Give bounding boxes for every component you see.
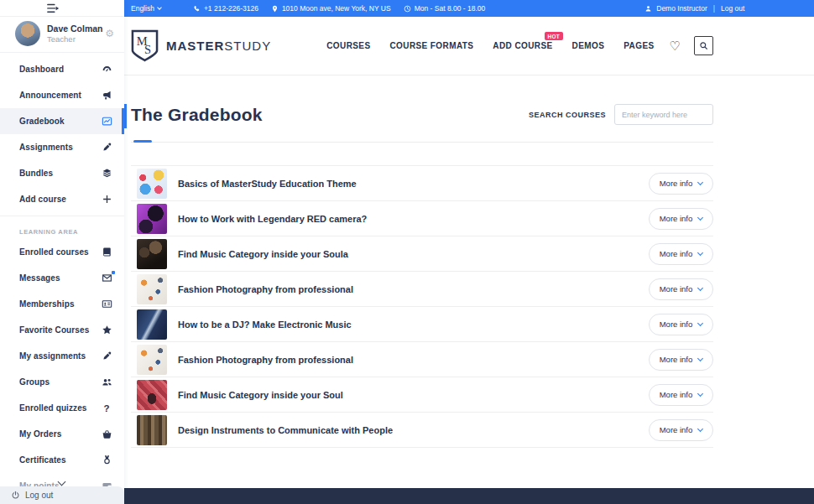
nav-item-add-course[interactable]: ADD COURSE HOT — [493, 41, 552, 50]
sidebar-item-my-assignments[interactable]: My assignments — [0, 343, 124, 369]
sidebar-item-bundles[interactable]: Bundles — [0, 160, 124, 186]
chart-icon — [101, 116, 112, 127]
course-row-fashion-photography-from-professional[interactable]: Fashion Photography from professional Mo… — [131, 272, 713, 307]
sidebar-item-my-orders[interactable]: My Orders — [0, 421, 124, 447]
page-title: The Gradebook — [131, 105, 263, 125]
more-info-button[interactable]: More info — [649, 314, 713, 335]
nav-item-demos[interactable]: DEMOS — [572, 41, 605, 50]
course-title: Basics of MasterStudy Education Theme — [167, 179, 649, 189]
sidebar-item-gradebook[interactable]: Gradebook — [0, 108, 124, 134]
envelope-icon — [101, 273, 112, 284]
more-info-button[interactable]: More info — [649, 278, 713, 300]
sidebar-item-label: Memberships — [19, 299, 101, 309]
search-icon — [699, 41, 708, 50]
nav-item-pages[interactable]: PAGES — [624, 41, 654, 50]
sidebar-nav: Dashboard Announcement Gradebook Assignm… — [0, 56, 124, 499]
more-info-button[interactable]: More info — [649, 243, 713, 265]
sidebar-item-enrolled-quizzes[interactable]: Enrolled quizzes ? — [0, 395, 124, 421]
medal-icon — [101, 455, 112, 466]
basket-icon — [101, 429, 112, 440]
sidebar-item-certificates[interactable]: Certificates — [0, 447, 124, 473]
title-accent-bar — [124, 104, 127, 128]
more-info-label: More info — [660, 320, 693, 329]
topbar-logout-link[interactable]: Log out — [721, 4, 744, 13]
sidebar-item-add-course[interactable]: Add course — [0, 186, 124, 212]
sidebar-item-enrolled-courses[interactable]: Enrolled courses — [0, 239, 124, 265]
profile-block: Dave Colman Teacher ⚙ — [0, 17, 124, 53]
layers-icon — [101, 168, 112, 179]
sidebar-item-memberships[interactable]: Memberships — [0, 291, 124, 317]
sidebar-main-list: Dashboard Announcement Gradebook Assignm… — [0, 56, 124, 212]
language-selector[interactable]: English — [124, 4, 161, 13]
sidebar-item-favorite-courses[interactable]: Favorite Courses — [0, 317, 124, 343]
nav-item-label: PAGES — [624, 41, 654, 50]
masterstudy-logo[interactable]: MS MASTERSTUDY — [131, 29, 271, 62]
hours-text: Mon - Sat 8.00 - 18.00 — [415, 4, 486, 13]
more-info-button[interactable]: More info — [649, 173, 713, 195]
site-header: MS MASTERSTUDY COURSES COURSE FORMATS AD… — [124, 17, 814, 75]
sidebar-item-dashboard[interactable]: Dashboard — [0, 56, 124, 82]
header-search-button[interactable] — [694, 36, 713, 55]
sidebar-item-label: Groups — [19, 377, 101, 387]
more-info-button[interactable]: More info — [649, 419, 713, 441]
sidebar-item-label: My assignments — [19, 351, 101, 361]
more-info-label: More info — [660, 249, 693, 258]
more-info-label: More info — [660, 214, 693, 223]
search-courses: SEARCH COURSES — [529, 104, 713, 125]
nav-item-label: COURSE FORMATS — [390, 41, 474, 50]
course-thumbnail — [137, 204, 167, 234]
sidebar-item-label: Bundles — [19, 169, 101, 178]
course-row-how-to-be-a-dj-make-electronic-music[interactable]: How to be a DJ? Make Electronic Music Mo… — [131, 307, 713, 342]
logout-label: Log out — [25, 491, 53, 500]
sidebar: Dave Colman Teacher ⚙ Dashboard Announce… — [0, 0, 124, 504]
user-name: Dave Colman — [47, 23, 105, 34]
address-text: 1010 Moon ave, New York, NY US — [282, 4, 391, 13]
wishlist-heart-icon[interactable]: ♡ — [670, 39, 681, 52]
course-thumbnail — [137, 345, 167, 375]
chevron-down-icon — [697, 179, 703, 184]
nav-item-courses[interactable]: COURSES — [326, 41, 370, 50]
search-courses-input[interactable] — [614, 104, 713, 125]
course-row-basics-of-masterstudy-education-theme[interactable]: Basics of MasterStudy Education Theme Mo… — [131, 166, 713, 201]
phone-icon — [193, 5, 201, 13]
tab-indicator — [131, 142, 713, 143]
logout-button[interactable]: Log out — [0, 486, 124, 504]
course-thumbnail — [137, 380, 167, 410]
social-links — [504, 4, 629, 13]
plus-icon — [101, 194, 112, 205]
sidebar-item-label: Add course — [19, 195, 101, 204]
avatar — [15, 21, 40, 46]
sidebar-item-label: Certificates — [19, 455, 101, 465]
power-icon — [11, 491, 20, 500]
course-row-how-to-work-with-legendary-red-camera[interactable]: How to Work with Legendary RED camera? M… — [131, 201, 713, 236]
sidebar-section-label: LEARNING AREA — [0, 216, 124, 239]
more-info-label: More info — [660, 390, 693, 399]
pen-icon — [101, 351, 112, 362]
chevron-down-icon — [697, 390, 703, 396]
sidebar-item-groups[interactable]: Groups — [0, 369, 124, 395]
phone-number: +1 212-226-3126 — [204, 4, 258, 13]
course-row-find-music-category-inside-your-soul[interactable]: Find Music Category inside your Soul Mor… — [131, 377, 713, 413]
topbar-account[interactable]: Demo Instructor — [644, 4, 707, 13]
more-info-button[interactable]: More info — [649, 208, 713, 230]
address-info: 1010 Moon ave, New York, NY US — [271, 4, 391, 13]
course-row-design-instruments-to-communicate-with-people[interactable]: Design Instruments to Communicate with P… — [131, 413, 713, 448]
course-row-fashion-photography-from-professional[interactable]: Fashion Photography from professional Mo… — [131, 342, 713, 377]
pen-icon — [101, 142, 112, 153]
more-info-button[interactable]: More info — [649, 349, 713, 371]
search-courses-label: SEARCH COURSES — [529, 111, 606, 119]
sidebar-item-announcement[interactable]: Announcement — [0, 82, 124, 108]
sidebar-collapse-button[interactable] — [0, 0, 124, 17]
gear-icon[interactable]: ⚙ — [105, 28, 114, 39]
nav-item-course-formats[interactable]: COURSE FORMATS — [390, 41, 474, 50]
course-title: Fashion Photography from professional — [167, 284, 649, 294]
course-row-find-music-category-inside-your-soula[interactable]: Find Music Category inside your Soula Mo… — [131, 236, 713, 272]
sidebar-item-label: Announcement — [19, 91, 101, 100]
sidebar-item-assignments[interactable]: Assignments — [0, 134, 124, 160]
main-pane: English +1 212-226-3126 1010 Moon ave, N… — [124, 0, 814, 504]
course-title: Design Instruments to Communicate with P… — [167, 425, 649, 435]
sidebar-item-label: Enrolled courses — [19, 247, 101, 257]
more-info-button[interactable]: More info — [649, 384, 713, 406]
menu-arrow-icon — [46, 3, 60, 13]
sidebar-item-messages[interactable]: Messages — [0, 265, 124, 291]
